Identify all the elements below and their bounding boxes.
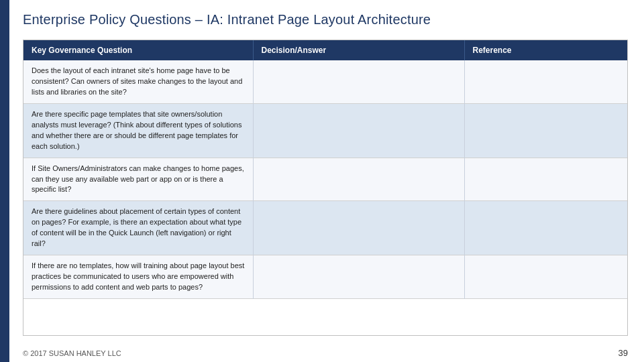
left-accent — [0, 0, 9, 362]
cell-reference — [464, 201, 627, 255]
table-row: Does the layout of each intranet site's … — [23, 60, 627, 103]
cell-question: If Site Owners/Administrators can make c… — [23, 158, 253, 201]
table-row: Are there guidelines about placement of … — [23, 201, 627, 255]
governance-table: Key Governance Question Decision/Answer … — [23, 40, 627, 299]
page-title: Enterprise Policy Questions – IA: Intran… — [23, 12, 628, 27]
cell-answer — [253, 255, 464, 299]
cell-answer — [253, 201, 464, 255]
cell-reference — [464, 158, 627, 201]
cell-answer — [253, 60, 464, 103]
main-content: Enterprise Policy Questions – IA: Intran… — [9, 0, 644, 343]
header-question: Key Governance Question — [23, 40, 253, 60]
page-number: 39 — [619, 348, 628, 358]
table-row: If Site Owners/Administrators can make c… — [23, 158, 627, 201]
header-reference: Reference — [464, 40, 627, 60]
cell-answer — [253, 103, 464, 158]
footer: © 2017 SUSAN HANLEY LLC 39 — [9, 343, 644, 362]
page-wrapper: Enterprise Policy Questions – IA: Intran… — [0, 0, 644, 362]
cell-reference — [464, 103, 627, 158]
cell-question: If there are no templates, how will trai… — [23, 255, 253, 299]
table-row: If there are no templates, how will trai… — [23, 255, 627, 299]
table-container: Key Governance Question Decision/Answer … — [23, 40, 628, 336]
cell-reference — [464, 60, 627, 103]
table-row: Are there specific page templates that s… — [23, 103, 627, 158]
cell-question: Are there specific page templates that s… — [23, 103, 253, 158]
cell-reference — [464, 255, 627, 299]
header-answer: Decision/Answer — [253, 40, 464, 60]
copyright-text: © 2017 SUSAN HANLEY LLC — [23, 349, 121, 357]
cell-question: Does the layout of each intranet site's … — [23, 60, 253, 103]
table-header-row: Key Governance Question Decision/Answer … — [23, 40, 627, 60]
cell-answer — [253, 158, 464, 201]
cell-question: Are there guidelines about placement of … — [23, 201, 253, 255]
